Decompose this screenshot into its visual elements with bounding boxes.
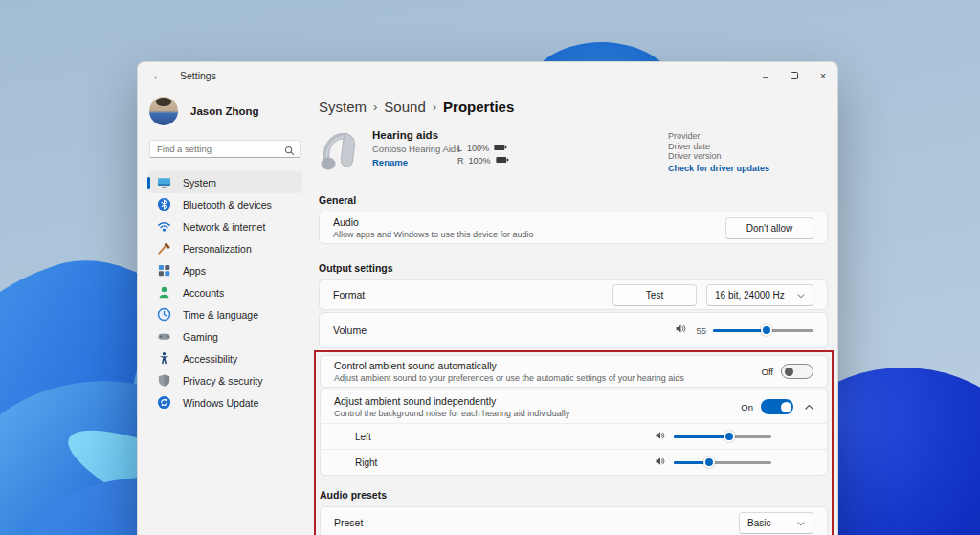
preset-label: Preset xyxy=(334,517,363,528)
sidebar-item-apps[interactable]: Apps xyxy=(147,259,302,281)
ambient-independent-title: Adjust ambient sound independently xyxy=(334,395,569,407)
back-button[interactable]: ← xyxy=(145,65,170,86)
avatar xyxy=(149,97,178,125)
sidebar-item-gaming[interactable]: Gaming xyxy=(147,325,302,347)
toggle-knob xyxy=(781,402,791,412)
breadcrumb-sound[interactable]: Sound xyxy=(384,99,425,115)
driver-date: Driver date xyxy=(668,142,769,152)
apps-icon xyxy=(157,263,171,278)
right-channel-row: Right xyxy=(321,449,827,475)
battery-side-label: L xyxy=(457,144,462,153)
check-driver-updates-link[interactable]: Check for driver updates xyxy=(668,164,769,174)
minimize-button[interactable]: – xyxy=(751,62,780,89)
driver-info: Provider Driver date Driver version Chec… xyxy=(668,131,769,173)
dont-allow-button[interactable]: Don't allow xyxy=(725,217,813,239)
back-icon: ← xyxy=(152,69,164,82)
sidebar-item-label: Gaming xyxy=(183,331,218,343)
breadcrumb-properties: Properties xyxy=(443,99,514,115)
accessibility-icon xyxy=(157,351,171,366)
minimize-icon: – xyxy=(763,70,768,81)
format-label: Format xyxy=(333,289,365,301)
right-channel-slider[interactable] xyxy=(674,457,771,468)
maximize-button[interactable] xyxy=(780,62,809,89)
battery-status: L 100% R 100% xyxy=(457,143,509,167)
section-output-settings: Output settings xyxy=(319,262,828,274)
privacy-icon xyxy=(157,373,171,388)
settings-window: ← Settings – × Jason Zhong xyxy=(137,61,838,535)
ambient-independent-description: Control the background noise for each he… xyxy=(334,409,569,418)
audio-description: Allow apps and Windows to use this devic… xyxy=(333,230,534,239)
left-channel-slider[interactable] xyxy=(674,431,771,442)
ambient-independent-state: On xyxy=(741,402,753,412)
sidebar-item-personalization[interactable]: Personalization xyxy=(147,237,302,259)
volume-label: Volume xyxy=(333,324,367,336)
sidebar-item-network-internet[interactable]: Network & internet xyxy=(147,215,302,237)
ambient-independent-toggle[interactable] xyxy=(761,399,793,414)
battery-right-row: R 100% xyxy=(457,155,509,166)
sidebar: Jason Zhong System Bluetooth & devi xyxy=(138,89,310,535)
slider-fill xyxy=(713,329,767,332)
sidebar-item-time-language[interactable]: Time & language xyxy=(147,303,302,325)
sidebar-item-label: Personalization xyxy=(183,243,252,255)
battery-icon xyxy=(494,144,507,153)
close-icon: × xyxy=(820,70,826,81)
battery-icon xyxy=(496,156,509,166)
chevron-down-icon xyxy=(797,518,805,528)
preset-value: Basic xyxy=(747,518,770,528)
accounts-icon xyxy=(157,285,171,300)
personalization-icon xyxy=(157,241,171,256)
search-icon xyxy=(284,143,295,160)
right-channel-label: Right xyxy=(355,457,377,468)
sidebar-item-system[interactable]: System xyxy=(147,171,302,193)
battery-left-row: L 100% xyxy=(457,143,509,153)
preset-card: Preset Basic xyxy=(320,506,828,535)
speaker-icon xyxy=(675,322,687,339)
slider-thumb[interactable] xyxy=(703,457,715,468)
window-title: Settings xyxy=(180,70,216,81)
chevron-up-icon[interactable] xyxy=(805,404,813,410)
desktop-background: ← Settings – × Jason Zhong xyxy=(0,0,980,535)
ambient-independent-card: Adjust ambient sound independently Contr… xyxy=(320,390,828,476)
sidebar-item-accounts[interactable]: Accounts xyxy=(147,281,302,303)
volume-card: Volume 55 xyxy=(319,312,828,348)
test-button[interactable]: Test xyxy=(612,284,697,306)
search-input[interactable] xyxy=(149,140,301,158)
chevron-right-icon: › xyxy=(373,100,377,114)
windows-update-icon xyxy=(157,395,171,410)
format-dropdown[interactable]: 16 bit, 24000 Hz xyxy=(706,284,813,306)
bluetooth-icon xyxy=(157,197,171,212)
ambient-auto-description: Adjust ambient sound to your preferences… xyxy=(334,373,684,383)
sidebar-item-privacy-security[interactable]: Privacy & security xyxy=(147,369,302,391)
titlebar: ← Settings – × xyxy=(138,62,837,89)
sidebar-item-bluetooth-devices[interactable]: Bluetooth & devices xyxy=(147,193,302,215)
user-profile[interactable]: Jason Zhong xyxy=(149,97,302,125)
device-name: Hearing aids xyxy=(372,129,460,141)
breadcrumb: System › Sound › Properties xyxy=(319,99,828,115)
volume-slider[interactable] xyxy=(713,324,813,336)
sidebar-item-windows-update[interactable]: Windows Update xyxy=(147,391,302,413)
system-icon xyxy=(157,175,171,189)
network-icon xyxy=(157,219,171,234)
window-controls: – × xyxy=(751,62,837,89)
slider-thumb[interactable] xyxy=(761,324,772,336)
sidebar-item-accessibility[interactable]: Accessibility xyxy=(147,347,302,369)
preset-dropdown[interactable]: Basic xyxy=(739,512,813,534)
ambient-auto-state: Off xyxy=(762,367,774,377)
device-manufacturer: Contoso Hearing Aids xyxy=(372,144,460,154)
close-button[interactable]: × xyxy=(809,62,837,89)
highlight-rectangle: Control ambient sound automatically Adju… xyxy=(314,350,834,535)
format-value: 16 bit, 24000 Hz xyxy=(715,290,785,301)
sidebar-item-label: Windows Update xyxy=(183,397,258,409)
left-channel-label: Left xyxy=(355,432,371,442)
ambient-auto-card: Control ambient sound automatically Adju… xyxy=(320,355,828,388)
slider-thumb[interactable] xyxy=(724,431,735,442)
ambient-auto-toggle[interactable] xyxy=(781,364,813,379)
hearing-aid-image xyxy=(319,127,365,179)
battery-level: 100% xyxy=(469,156,491,166)
sidebar-item-label: Apps xyxy=(183,265,206,277)
toggle-knob xyxy=(785,368,793,376)
rename-link[interactable]: Rename xyxy=(372,157,460,167)
battery-level: 100% xyxy=(467,144,489,153)
breadcrumb-system[interactable]: System xyxy=(319,99,367,115)
audio-card: Audio Allow apps and Windows to use this… xyxy=(319,212,828,244)
